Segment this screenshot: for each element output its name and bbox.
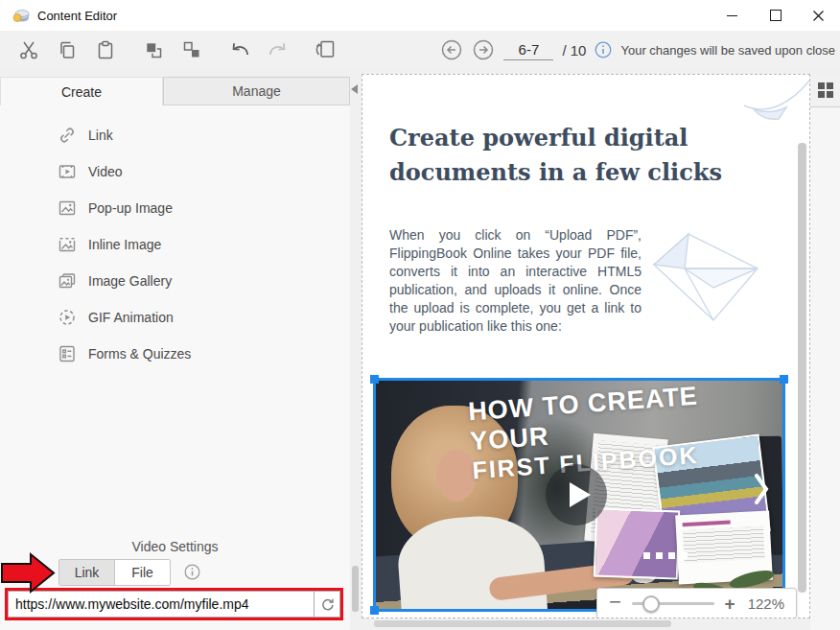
- play-icon: [570, 482, 591, 507]
- replace-page-icon: [315, 38, 338, 61]
- sidebar-item-label: Link: [88, 128, 113, 143]
- video-url-input[interactable]: [8, 591, 314, 618]
- undo-button[interactable]: [228, 38, 251, 61]
- send-to-back-icon: [181, 39, 202, 60]
- maximize-button[interactable]: [754, 0, 797, 31]
- title-bar: Content Editor: [0, 0, 840, 31]
- copy-button[interactable]: [56, 38, 79, 61]
- refresh-icon: [320, 597, 335, 612]
- page-paragraph: When you click on “Upload PDF”, Flipping…: [389, 226, 642, 336]
- tab-manage[interactable]: Manage: [163, 77, 350, 105]
- resize-handle-top-left[interactable]: [370, 375, 379, 384]
- page-navigation: / 10 Your changes will be saved upon clo…: [440, 38, 840, 61]
- reload-video-button[interactable]: [314, 591, 340, 618]
- video-settings-info-button[interactable]: [184, 564, 200, 580]
- content-editor-window: Content Editor: [0, 0, 840, 630]
- play-button[interactable]: [546, 464, 607, 525]
- next-page-button[interactable]: [472, 38, 495, 61]
- prev-page-button[interactable]: [440, 38, 463, 61]
- nav-dot: [656, 552, 663, 559]
- content-tools-list: Link Video Pop-up Im: [0, 117, 350, 372]
- page-heading: Create powerful digital documents in a f…: [389, 121, 722, 190]
- paste-icon: [95, 39, 116, 60]
- page-vertical-scrollbar[interactable]: [798, 143, 806, 593]
- sidebar-item-inline-image[interactable]: Inline Image: [0, 226, 350, 263]
- undo-icon: [228, 38, 251, 61]
- tab-create[interactable]: Create: [0, 77, 163, 105]
- sidebar-item-image-gallery[interactable]: Image Gallery: [0, 263, 350, 299]
- sidebar-item-label: Inline Image: [88, 237, 161, 252]
- forms-quizzes-icon: [58, 344, 77, 363]
- flipbook-nav-dots: [643, 552, 688, 559]
- nav-dot: [681, 552, 688, 559]
- video-thumbnail: HOW TO CREATE YOUR FIRST FLIPBOOK: [376, 381, 782, 609]
- sidebar-item-gif-animation[interactable]: GIF Animation: [0, 299, 350, 336]
- cut-button[interactable]: [17, 38, 40, 61]
- resize-handle-top-right[interactable]: [780, 375, 788, 384]
- window-controls: [711, 0, 840, 31]
- paper-plane-illustration: [742, 77, 810, 125]
- close-button[interactable]: [797, 0, 840, 31]
- source-tab-file[interactable]: File: [114, 560, 170, 585]
- sidebar: Create Manage Link: [0, 69, 362, 630]
- sidebar-item-label: Forms & Quizzes: [88, 346, 191, 362]
- copy-icon: [57, 39, 78, 60]
- annotation-arrow: [0, 551, 56, 595]
- sidebar-item-popup-image[interactable]: Pop-up Image: [0, 190, 350, 226]
- zoom-slider[interactable]: [632, 602, 714, 605]
- bring-to-front-button[interactable]: [142, 38, 165, 61]
- next-flip-chevron-icon[interactable]: [754, 473, 769, 505]
- video-icon: [58, 162, 77, 181]
- sidebar-scrollbar[interactable]: [352, 566, 359, 612]
- replace-page-button[interactable]: [315, 38, 338, 61]
- sidebar-item-label: Image Gallery: [88, 273, 172, 289]
- info-icon: [595, 41, 612, 58]
- minimize-icon: [727, 15, 737, 16]
- zoom-control: − + 122%: [596, 588, 797, 618]
- main-toolbar: / 10 Your changes will be saved upon clo…: [0, 31, 840, 69]
- maximize-icon: [770, 10, 782, 21]
- minimize-button[interactable]: [711, 0, 754, 31]
- arrow-left-circle-icon: [441, 39, 462, 60]
- inline-image-icon: [58, 235, 77, 254]
- close-icon: [812, 10, 825, 22]
- info-icon: [184, 564, 200, 580]
- video-source-switch: Link File: [58, 559, 171, 586]
- send-to-back-button[interactable]: [180, 38, 203, 61]
- nav-dot: [643, 552, 650, 559]
- sidebar-item-label: GIF Animation: [88, 310, 174, 325]
- nav-dot: [668, 552, 675, 559]
- gif-animation-icon: [58, 308, 77, 327]
- grid-icon: [818, 82, 833, 98]
- save-notice: Your changes will be saved upon close: [620, 43, 835, 58]
- book-page-people: [594, 507, 680, 579]
- sidebar-item-forms-quizzes[interactable]: Forms & Quizzes: [0, 336, 350, 372]
- page-horizontal-scrollbar[interactable]: [374, 620, 671, 627]
- page-total: / 10: [562, 42, 586, 58]
- link-icon: [58, 126, 77, 145]
- collapse-sidebar-icon[interactable]: [351, 84, 358, 94]
- redo-button[interactable]: [267, 38, 290, 61]
- sidebar-item-link[interactable]: Link: [0, 117, 350, 153]
- source-tab-link[interactable]: Link: [59, 560, 114, 585]
- video-object[interactable]: HOW TO CREATE YOUR FIRST FLIPBOOK: [373, 378, 785, 612]
- zoom-slider-thumb[interactable]: [642, 595, 660, 613]
- image-gallery-icon: [58, 271, 77, 291]
- app-logo-icon: [12, 7, 30, 24]
- sidebar-item-label: Pop-up Image: [88, 200, 173, 216]
- popup-image-icon: [58, 198, 77, 218]
- folded-paper-illustration: [646, 230, 766, 326]
- sidebar-item-video[interactable]: Video: [0, 153, 350, 190]
- zoom-level: 122%: [748, 595, 784, 612]
- bring-to-front-icon: [143, 39, 164, 60]
- paste-button[interactable]: [94, 38, 117, 61]
- document-page: Create powerful digital documents in a f…: [362, 74, 810, 618]
- redo-icon: [267, 38, 290, 61]
- thumbnails-toggle-button[interactable]: [810, 74, 840, 107]
- arrow-right-circle-icon: [473, 39, 494, 60]
- thumbnails-panel: [810, 74, 840, 630]
- window-title: Content Editor: [37, 9, 117, 23]
- sidebar-item-label: Video: [88, 164, 123, 179]
- page-number-input[interactable]: [503, 40, 553, 60]
- resize-handle-bottom-left[interactable]: [370, 606, 379, 615]
